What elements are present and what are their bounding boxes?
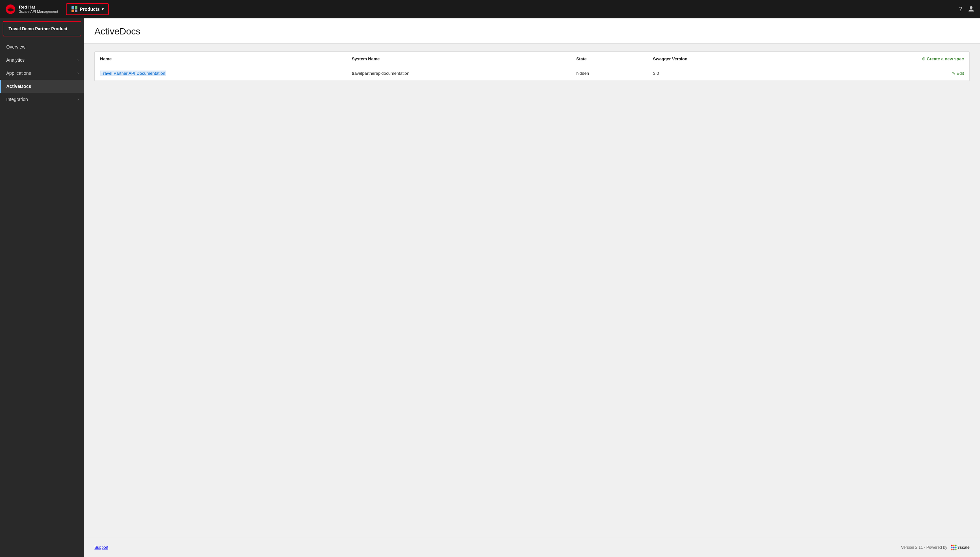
support-label: Support — [94, 545, 108, 550]
swagger-version-value: 3.0 — [653, 71, 659, 76]
svg-point-14 — [953, 549, 955, 550]
cell-swagger-version: 3.0 — [648, 66, 796, 81]
edit-link[interactable]: ✎ Edit — [801, 71, 964, 76]
brand-text: Red Hat 3scale API Management — [19, 5, 58, 14]
chevron-right-icon: › — [77, 58, 79, 62]
svg-point-12 — [955, 547, 957, 549]
help-button[interactable]: ? — [959, 6, 962, 13]
version-text: Version 2.11 - Powered by — [901, 545, 947, 550]
user-menu-button[interactable] — [967, 5, 975, 14]
chevron-right-icon: › — [77, 71, 79, 75]
system-name-value: travelpartnerapidocumentation — [352, 71, 409, 76]
question-icon: ? — [959, 6, 962, 13]
cell-name: Travel Partner API Documentation — [95, 66, 346, 81]
support-link[interactable]: Support — [94, 545, 108, 550]
col-header-state: State — [571, 52, 648, 66]
create-new-spec-label: Create a new spec — [927, 56, 964, 61]
main-layout: Travel Demo Partner Product Overview Ana… — [0, 18, 980, 557]
topnav-right-actions: ? — [959, 5, 975, 14]
doc-name-link[interactable]: Travel Partner API Documentation — [100, 70, 166, 76]
table-row: Travel Partner API Documentation travelp… — [95, 66, 969, 81]
svg-rect-2 — [72, 6, 74, 9]
sidebar-item-applications-label: Applications — [6, 70, 31, 76]
edit-label: Edit — [957, 71, 964, 76]
sidebar-item-activedocs-label: ActiveDocs — [6, 84, 31, 89]
sidebar-item-integration[interactable]: Integration › — [0, 93, 84, 106]
redhat-logo-icon — [5, 4, 16, 15]
cell-system-name: travelpartnerapidocumentation — [346, 66, 571, 81]
footer: Support Version 2.11 - Powered by — [84, 537, 980, 557]
activedocs-table-card: Name System Name State Swagger Version ⊕… — [94, 52, 970, 81]
svg-point-13 — [951, 549, 953, 550]
pencil-icon: ✎ — [952, 71, 956, 76]
col-header-name: Name — [95, 52, 346, 66]
sidebar-item-overview[interactable]: Overview — [0, 40, 84, 54]
create-new-spec-link[interactable]: ⊕ Create a new spec — [801, 56, 964, 61]
sidebar-item-activedocs[interactable]: ActiveDocs — [0, 80, 84, 93]
company-name: Red Hat — [19, 5, 58, 10]
cell-action: ✎ Edit — [796, 66, 969, 81]
col-header-swagger-version: Swagger Version — [648, 52, 796, 66]
svg-point-8 — [953, 545, 955, 547]
top-navigation: Red Hat 3scale API Management Products ▾… — [0, 0, 980, 18]
sidebar-item-analytics[interactable]: Analytics › — [0, 54, 84, 67]
footer-version: Version 2.11 - Powered by — [901, 544, 970, 550]
chevron-down-icon: ▾ — [102, 7, 104, 11]
page-header: ActiveDocs — [84, 18, 980, 44]
page-title: ActiveDocs — [94, 26, 970, 37]
svg-point-15 — [955, 549, 957, 550]
threescale-brand-label: 3scale — [957, 545, 970, 550]
sidebar-product-title[interactable]: Travel Demo Partner Product — [3, 21, 81, 36]
sidebar-nav: Overview Analytics › Applications › Acti… — [0, 40, 84, 106]
col-header-action: ⊕ Create a new spec — [796, 52, 969, 66]
svg-point-10 — [951, 547, 953, 549]
activedocs-table: Name System Name State Swagger Version ⊕… — [95, 52, 969, 81]
sidebar-item-applications[interactable]: Applications › — [0, 67, 84, 80]
threescale-logo: 3scale — [951, 544, 970, 550]
main-content: ActiveDocs Name System Name State Swagge… — [84, 18, 980, 557]
svg-rect-5 — [75, 10, 77, 12]
svg-point-6 — [970, 6, 972, 9]
products-icon — [71, 6, 78, 13]
table-wrapper: Name System Name State Swagger Version ⊕… — [95, 52, 969, 81]
svg-point-7 — [951, 545, 953, 547]
products-label: Products — [80, 7, 100, 12]
sidebar-item-overview-label: Overview — [6, 44, 25, 49]
content-area: Name System Name State Swagger Version ⊕… — [84, 44, 980, 537]
table-header: Name System Name State Swagger Version ⊕… — [95, 52, 969, 66]
svg-rect-4 — [72, 10, 74, 12]
svg-point-9 — [955, 545, 957, 547]
brand-logo-area: Red Hat 3scale API Management — [5, 4, 58, 15]
sidebar-item-integration-label: Integration — [6, 97, 28, 102]
sidebar-item-analytics-label: Analytics — [6, 57, 24, 63]
user-icon — [967, 7, 975, 13]
chevron-right-icon: › — [77, 97, 79, 102]
col-header-system-name: System Name — [346, 52, 571, 66]
table-body: Travel Partner API Documentation travelp… — [95, 66, 969, 81]
state-value: hidden — [576, 71, 589, 76]
product-name: 3scale API Management — [19, 10, 58, 14]
svg-point-11 — [953, 547, 955, 549]
svg-rect-3 — [75, 6, 77, 9]
plus-circle-icon: ⊕ — [922, 56, 926, 61]
products-button[interactable]: Products ▾ — [66, 3, 109, 15]
threescale-logo-icon — [951, 544, 957, 550]
cell-state: hidden — [571, 66, 648, 81]
sidebar: Travel Demo Partner Product Overview Ana… — [0, 18, 84, 557]
